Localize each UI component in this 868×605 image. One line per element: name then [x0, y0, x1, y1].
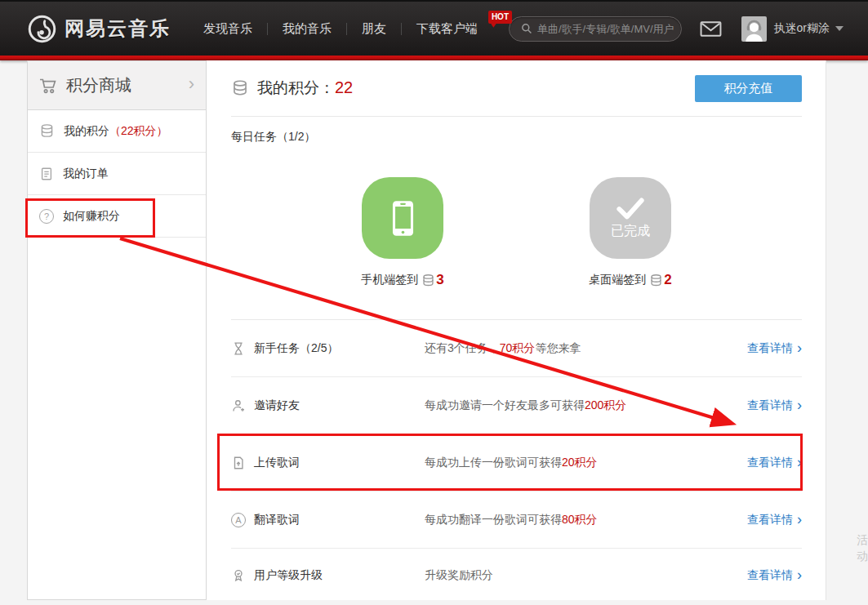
- nav-download-label: 下载客户端: [416, 21, 478, 35]
- user-avatar[interactable]: [741, 16, 767, 42]
- upload-lyrics-icon: [231, 456, 246, 470]
- coins-icon: [39, 123, 55, 139]
- task-desc: 每成功上传一份歌词可获得20积分: [425, 456, 747, 470]
- desc-points: 70积分: [500, 341, 536, 354]
- chevron-down-icon[interactable]: [835, 26, 844, 31]
- desktop-signin-points: 2: [664, 272, 671, 288]
- coins-icon: [421, 274, 435, 287]
- recharge-button[interactable]: 积分充值: [695, 75, 802, 102]
- mobile-signin-button[interactable]: [362, 177, 443, 259]
- view-details-text: 查看详情: [747, 568, 793, 583]
- divider: [231, 116, 802, 117]
- task-row-left: 用户等级升级: [231, 568, 425, 583]
- task-row-left: 上传歌词: [231, 456, 425, 470]
- username[interactable]: 执迷or糊涂: [774, 21, 830, 36]
- chevron-right-icon: ›: [797, 512, 802, 527]
- sidebar-item-my-points[interactable]: 我的积分（22积分）: [28, 110, 206, 153]
- task-row-newbie: 新手任务（2/5） 还有3个任务，70积分等您来拿 查看详情›: [231, 320, 802, 377]
- view-details-link[interactable]: 查看详情›: [747, 341, 802, 356]
- task-desc: 每成功邀请一个好友最多可获得200积分: [425, 398, 747, 413]
- task-label: 翻译歌词: [254, 513, 300, 527]
- hourglass-icon: [231, 341, 246, 356]
- main-panel: 我的积分：22 积分充值 每日任务（1/2）: [207, 60, 826, 600]
- netease-note-icon: [27, 14, 57, 44]
- top-navbar: 网易云音乐 发现音乐 我的音乐 朋友 下载客户端 HOT: [0, 0, 868, 56]
- question-icon: ?: [39, 209, 54, 224]
- my-points-text: 我的积分：: [257, 79, 335, 96]
- sidebar-item-label: 我的积分（22积分）: [64, 124, 168, 139]
- task-label: 用户等级升级: [254, 568, 323, 583]
- letter-a-glyph: A: [235, 515, 241, 525]
- daily-task-mobile-signin: 手机端签到 3: [362, 177, 443, 288]
- chevron-right-icon: ›: [797, 398, 802, 412]
- task-desc: 还有3个任务，70积分等您来拿: [425, 341, 747, 356]
- sidebar-title: 积分商城: [66, 74, 189, 96]
- nav-discover-music[interactable]: 发现音乐: [189, 21, 267, 37]
- netease-logo[interactable]: 网易云音乐: [27, 14, 171, 44]
- search-icon: [521, 23, 532, 34]
- desktop-signin-label: 桌面端签到 2: [590, 272, 671, 288]
- nav-download-client[interactable]: 下载客户端 HOT: [402, 21, 492, 37]
- sidebar: 积分商城 › 我的积分（22积分） 我的订单 ? 如何赚积分: [27, 60, 207, 600]
- task-label: 上传歌词: [254, 456, 300, 470]
- chevron-right-icon: ›: [797, 455, 802, 469]
- task-label: 新手任务（2/5）: [254, 341, 338, 356]
- task-row-left: 邀请好友: [231, 398, 425, 413]
- desc-points: 80积分: [562, 513, 598, 526]
- daily-tasks: 手机端签到 3: [362, 177, 802, 288]
- main-nav: 发现音乐 我的音乐 朋友 下载客户端 HOT: [189, 21, 492, 37]
- clipped-floating-widget[interactable]: 活 动: [857, 532, 868, 567]
- task-row-upload-lyrics: 上传歌词 每成功上传一份歌词可获得20积分 查看详情›: [231, 434, 802, 492]
- sidebar-my-points-text: 我的积分: [64, 124, 109, 137]
- view-details-link[interactable]: 查看详情›: [747, 456, 802, 470]
- sidebar-points-count: （22积分）: [109, 124, 168, 137]
- sidebar-item-my-orders[interactable]: 我的订单: [28, 153, 206, 195]
- desc-points: 200积分: [585, 398, 626, 411]
- points-value: 22: [335, 78, 353, 96]
- mobile-signin-points: 3: [436, 272, 443, 288]
- cart-icon: [39, 78, 57, 94]
- desc-text: 每成功邀请一个好友最多可获得: [425, 398, 585, 411]
- desktop-signin-done[interactable]: 已完成: [590, 177, 671, 259]
- question-glyph: ?: [44, 211, 49, 221]
- view-details-text: 查看详情: [747, 341, 793, 356]
- logo-text: 网易云音乐: [65, 16, 171, 42]
- view-details-link[interactable]: 查看详情›: [747, 398, 802, 413]
- chevron-right-icon: ›: [189, 75, 194, 93]
- points-mall-page: 网易云音乐 发现音乐 我的音乐 朋友 下载客户端 HOT: [0, 0, 868, 605]
- task-row-user-level: 用户等级升级 升级奖励积分 查看详情›: [231, 549, 802, 602]
- points-header: 我的积分：22 积分充值: [231, 60, 802, 116]
- add-friend-icon: [231, 398, 246, 413]
- desc-text: 每成功翻译一份歌词可获得: [425, 513, 562, 526]
- order-doc-icon: [39, 167, 54, 181]
- chevron-right-icon: ›: [797, 567, 802, 582]
- translate-icon: A: [231, 513, 246, 527]
- sidebar-item-label: 如何赚积分: [63, 209, 120, 224]
- sidebar-item-how-to-earn[interactable]: ? 如何赚积分: [28, 195, 206, 238]
- sidebar-item-label: 我的订单: [63, 167, 109, 181]
- desc-text: 升级奖励积分: [425, 568, 493, 581]
- view-details-link[interactable]: 查看详情›: [747, 513, 802, 527]
- hot-badge: HOT: [488, 11, 512, 24]
- desc-text: 还有3个任务，: [425, 341, 500, 354]
- search-box[interactable]: [509, 16, 682, 42]
- task-row-left: 新手任务（2/5）: [231, 341, 425, 356]
- floating-widget-char: 动: [857, 548, 868, 564]
- search-input[interactable]: [537, 23, 681, 35]
- task-label: 邀请好友: [254, 398, 300, 413]
- view-details-link[interactable]: 查看详情›: [747, 568, 802, 583]
- coins-icon: [231, 79, 249, 97]
- desc-text: 每成功上传一份歌词可获得: [425, 456, 562, 469]
- task-desc: 升级奖励积分: [425, 568, 747, 583]
- coins-icon: [649, 274, 663, 287]
- my-points-label: 我的积分：22: [257, 78, 353, 99]
- phone-icon: [392, 200, 414, 237]
- chevron-right-icon: ›: [797, 340, 802, 355]
- mail-icon[interactable]: [700, 20, 722, 38]
- nav-my-music[interactable]: 我的音乐: [268, 21, 346, 37]
- check-icon: [615, 197, 646, 221]
- done-status: 已完成: [611, 223, 650, 240]
- sidebar-points-mall-header[interactable]: 积分商城 ›: [28, 61, 206, 110]
- medal-icon: [231, 568, 246, 583]
- nav-friends[interactable]: 朋友: [347, 21, 401, 37]
